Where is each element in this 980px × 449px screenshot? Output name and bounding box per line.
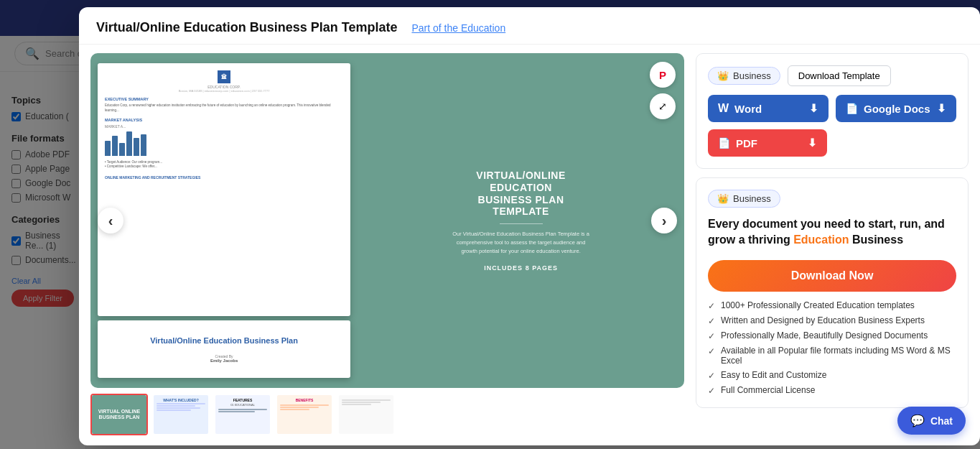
pinterest-button[interactable]: P (650, 62, 676, 88)
feature-item-2: ✓ Written and Designed by Education Busi… (708, 315, 956, 326)
thumb4-label: BENEFITS (280, 398, 329, 402)
check-icon-3: ✓ (708, 331, 715, 341)
pdf-download-button[interactable]: 📄 PDF ⬇ (708, 129, 827, 157)
share-button[interactable]: ⤢ (650, 93, 676, 119)
doc-author: Emily Jacobs (210, 358, 238, 363)
format-download-panel: 👑 Business Download Template W Word ⬇ (696, 53, 969, 169)
doc-section-marketing: ONLINE MARKETING AND RECRUITMENT STRATEG… (105, 175, 343, 180)
download-template-button[interactable]: Download Template (788, 65, 891, 86)
thumbnail-5[interactable] (337, 394, 395, 435)
panel2-title-highlight: Education (793, 233, 849, 246)
feature-text-5: Easy to Edit and Customize (721, 370, 826, 380)
doc-page-2-title: Virtual/Online Education Business Plan (150, 335, 298, 346)
doc-exec-text: Education Corp, a renowned higher educat… (105, 103, 343, 114)
preview-big-title: VIRTUAL/ONLINE EDUCATION BUSINESS PLAN T… (449, 170, 593, 218)
thumb1-label: VIRTUAL ONLINE BUSINESS PLAN (92, 406, 146, 424)
download-now-button[interactable]: Download Now (708, 260, 956, 292)
modal-title: Virtual/Online Education Business Plan T… (96, 20, 397, 35)
doc-page-1: 🏛 EDUCATION CORP. Boston, MA 02188 | edu… (98, 63, 350, 316)
pinterest-icon: P (659, 69, 666, 81)
feature-list: ✓ 1000+ Professionally Created Education… (708, 300, 956, 396)
feature-text-3: Professionally Made, Beautifully Designe… (721, 330, 928, 341)
doc-logo-icon: 🏛 (221, 74, 227, 80)
modal-subtitle-link[interactable]: Part of the Education (411, 22, 505, 34)
word-btn-content: W Word (718, 102, 762, 115)
chat-label: Chat (930, 415, 953, 427)
bar-5 (134, 138, 139, 156)
gdocs-btn-content: 📄 Google Docs (846, 103, 930, 115)
doc-pages-left: 🏛 EDUCATION CORP. Boston, MA 02188 | edu… (90, 53, 358, 388)
pdf-btn-content: 📄 PDF (718, 137, 757, 149)
thumb2-label: WHAT'S INCLUDED? (157, 398, 205, 402)
thumbnail-2[interactable]: WHAT'S INCLUDED? (152, 394, 210, 435)
panel2-top: 👑 Business (708, 190, 956, 208)
preview-divider (500, 223, 543, 224)
pdf-icon: 📄 (718, 137, 730, 149)
modal-dialog: Virtual/Online Education Business Plan T… (79, 7, 980, 445)
gdocs-label: Google Docs (864, 103, 930, 115)
business-badge-2: 👑 Business (708, 190, 780, 208)
panel-top: 👑 Business Download Template (708, 65, 956, 86)
bar-6 (141, 134, 146, 156)
check-icon-5: ✓ (708, 371, 715, 381)
thumbnail-strip: VIRTUAL ONLINE BUSINESS PLAN WHAT'S INCL… (90, 394, 684, 437)
preview-prev-button[interactable]: ‹ (98, 208, 123, 233)
gdocs-icon: 📄 (846, 103, 858, 114)
modal-left-panel: ‹ › P ⤢ (90, 53, 684, 437)
thumb3-sub: 01 EDUCATIONAL (218, 403, 267, 407)
gdocs-download-button[interactable]: 📄 Google Docs ⬇ (836, 95, 956, 122)
doc-section-exec: EXECUTIVE SUMMARY (105, 97, 343, 101)
bar-1 (105, 141, 111, 156)
chat-bubble-icon: 💬 (910, 414, 925, 427)
modal-right-panel: 👑 Business Download Template W Word ⬇ (696, 53, 969, 437)
feature-item-1: ✓ 1000+ Professionally Created Education… (708, 300, 956, 311)
modal-header: Virtual/Online Education Business Plan T… (79, 7, 980, 45)
next-arrow-icon: › (662, 213, 667, 229)
doc-section-market: MARKET ANALYSIS (105, 118, 343, 122)
crown-icon-2: 👑 (717, 193, 729, 204)
panel2-title-part2: Business (849, 233, 903, 246)
crown-icon: 👑 (717, 70, 729, 81)
format-buttons-row: W Word ⬇ 📄 Google Docs ⬇ (708, 95, 956, 122)
feature-item-4: ✓ Available in all Popular file formats … (708, 346, 956, 366)
preview-description: Our Virtual/Online Education Business Pl… (449, 230, 593, 256)
social-buttons: P ⤢ (650, 62, 676, 119)
feature-item-6: ✓ Full Commercial License (708, 385, 956, 396)
thumbnail-4[interactable]: BENEFITS (276, 394, 333, 435)
business-badge: 👑 Business (708, 67, 780, 85)
gdocs-download-icon: ⬇ (937, 102, 946, 115)
check-icon-6: ✓ (708, 386, 715, 396)
thumbnail-1[interactable]: VIRTUAL ONLINE BUSINESS PLAN (90, 394, 148, 435)
thumbnail-3[interactable]: FEATURES 01 EDUCATIONAL (214, 394, 271, 435)
doc-bullet-list: • Target Audience: Our online program...… (105, 160, 343, 170)
feature-text-4: Available in all Popular file formats in… (721, 346, 956, 366)
chat-button[interactable]: 💬 Chat (897, 407, 966, 435)
preview-text-right: VIRTUAL/ONLINE EDUCATION BUSINESS PLAN T… (358, 53, 684, 388)
download-now-panel: 👑 Business Every document you need to st… (696, 177, 969, 408)
word-label: Word (734, 103, 762, 115)
check-icon-4: ✓ (708, 346, 715, 356)
feature-item-3: ✓ Professionally Made, Beautifully Desig… (708, 330, 956, 341)
panel2-title: Every document you need to start, run, a… (708, 216, 956, 249)
preview-includes: INCLUDES 8 PAGES (449, 264, 593, 272)
preview-next-button[interactable]: › (651, 208, 677, 233)
bar-2 (112, 136, 118, 156)
thumb3-label: FEATURES (218, 398, 267, 402)
bar-3 (119, 143, 125, 156)
doc-page-2: Virtual/Online Education Business Plan C… (98, 320, 350, 378)
doc-logo: 🏛 (218, 70, 230, 83)
preview-title-container: VIRTUAL/ONLINE EDUCATION BUSINESS PLAN T… (449, 170, 593, 272)
modal-body: ‹ › P ⤢ (79, 45, 980, 445)
check-icon-1: ✓ (708, 301, 715, 311)
word-download-button[interactable]: W Word ⬇ (708, 95, 829, 122)
doc-bar-chart (105, 131, 343, 156)
check-icon-2: ✓ (708, 316, 715, 326)
badge-label-2: Business (733, 193, 771, 204)
preview-area: ‹ › P ⤢ (90, 53, 684, 388)
share-icon: ⤢ (658, 101, 667, 112)
feature-text-6: Full Commercial License (721, 385, 815, 395)
feature-text-2: Written and Designed by Education Busine… (721, 315, 925, 325)
doc-market-label: MARKET A... (105, 124, 343, 129)
doc-address: Boston, MA 02188 | educationcorp.com | e… (105, 89, 343, 93)
feature-item-5: ✓ Easy to Edit and Customize (708, 370, 956, 381)
